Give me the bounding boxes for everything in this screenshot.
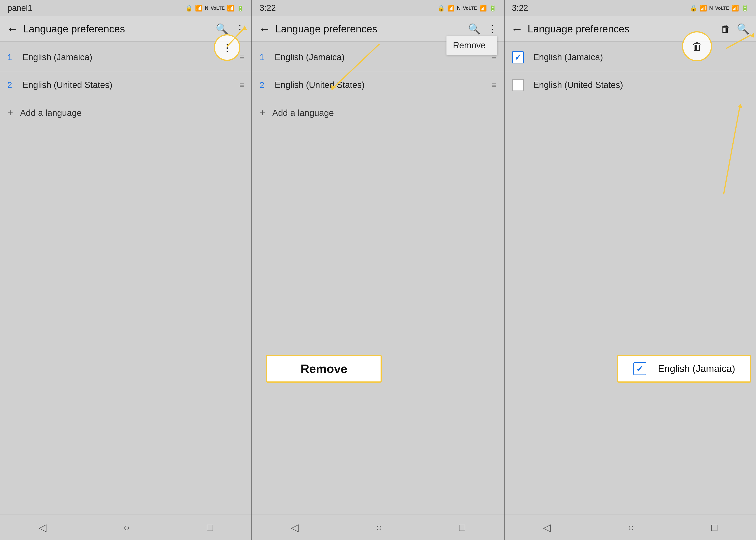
app-bar-icons-1: 🔍 ⋮ [216, 23, 245, 35]
language-name-2-2: English (United States) [274, 80, 491, 90]
app-bar-icons-3: 🗑 🔍 [720, 23, 750, 35]
language-item-2-2[interactable]: 2 English (United States) ≡ [252, 71, 504, 99]
recent-nav-1[interactable]: □ [207, 522, 213, 533]
language-item-3-2[interactable]: English (United States) [504, 71, 756, 99]
add-icon-2: + [260, 107, 265, 118]
status-icons-2: 🔒 📶 N VoLTE 📶 🔋 [437, 5, 496, 12]
language-name-2: English (United States) [23, 80, 239, 90]
language-item-1-2[interactable]: 2 English (United States) ≡ [0, 71, 252, 99]
page-title-1: Language preferences [23, 23, 216, 35]
home-nav-3[interactable]: ○ [628, 522, 634, 533]
more-options-icon-2[interactable]: ⋮ [487, 23, 497, 35]
volte-icon: VoLTE [211, 6, 225, 11]
back-nav-3[interactable]: ◁ [543, 521, 551, 533]
back-nav-2[interactable]: ◁ [291, 521, 299, 533]
nav-bar-1: ◁ ○ □ [0, 514, 252, 540]
wifi-icon-3: 📶 [731, 5, 739, 12]
search-icon-1[interactable]: 🔍 [216, 23, 228, 35]
language-number-2-2: 2 [260, 80, 272, 90]
search-icon-2[interactable]: 🔍 [468, 23, 481, 35]
network-icon-3: 📶 [700, 5, 707, 12]
status-bar-3: 3:22 🔒 📶 N VoLTE 📶 🔋 [504, 0, 756, 16]
add-label-1: Add a language [20, 108, 82, 118]
drag-handle-1[interactable]: ≡ [239, 53, 244, 62]
more-options-icon-1[interactable]: ⋮ [235, 23, 245, 35]
volte-icon-3: VoLTE [715, 6, 729, 11]
language-list-3: ✓ English (Jamaica) English (United Stat… [504, 42, 756, 514]
drag-handle-2[interactable]: ≡ [239, 80, 244, 90]
status-bar-2: 3:22 🔒 📶 N VoLTE 📶 🔋 [252, 0, 504, 16]
home-nav-2[interactable]: ○ [376, 522, 382, 533]
nfc-icon: N [205, 5, 208, 11]
add-language-item-1[interactable]: + Add a language [0, 99, 252, 127]
language-list-1: 1 English (Jamaica) ≡ 2 English (United … [0, 42, 252, 514]
checkbox-1[interactable]: ✓ [512, 52, 524, 64]
battery-icon: 🔋 [237, 5, 244, 12]
check-mark-1: ✓ [514, 52, 522, 63]
language-number-2-1: 1 [260, 53, 272, 62]
search-icon-3[interactable]: 🔍 [737, 23, 750, 35]
checkbox-2[interactable] [512, 79, 524, 91]
wifi-icon: 📶 [227, 5, 234, 12]
add-label-2: Add a language [272, 108, 334, 118]
panel-3: 3:22 🔒 📶 N VoLTE 📶 🔋 ← Language preferen… [504, 0, 756, 540]
back-button-1[interactable]: ← [6, 22, 19, 36]
language-item-1-1[interactable]: 1 English (Jamaica) ≡ [0, 44, 252, 71]
recent-nav-3[interactable]: □ [711, 522, 717, 533]
nav-bar-3: ◁ ○ □ [504, 514, 756, 540]
add-icon-1: + [7, 107, 13, 118]
lock-icon: 🔒 [185, 5, 193, 12]
status-time-1: panel1 [7, 3, 32, 13]
recent-nav-2[interactable]: □ [459, 522, 465, 533]
language-number-1: 1 [7, 53, 20, 62]
drag-handle-2-2[interactable]: ≡ [491, 80, 496, 90]
app-bar-icons-2: 🔍 ⋮ [468, 23, 497, 35]
status-time-2: 3:22 [260, 3, 276, 13]
overflow-menu-2[interactable]: Remove [447, 36, 497, 55]
page-title-3: Language preferences [528, 23, 720, 35]
panel-2: 3:22 🔒 📶 N VoLTE 📶 🔋 ← Language preferen… [252, 0, 504, 540]
back-nav-1[interactable]: ◁ [39, 521, 47, 533]
language-name-3-2: English (United States) [533, 80, 749, 90]
panel-1: panel1 🔒 📶 N VoLTE 📶 🔋 ← Language prefer… [0, 0, 252, 540]
app-bar-3: ← Language preferences 🗑 🔍 [504, 16, 756, 42]
language-name-3-1: English (Jamaica) [533, 52, 749, 62]
battery-icon-3: 🔋 [741, 5, 749, 12]
trash-icon-3[interactable]: 🗑 [720, 23, 730, 35]
home-nav-1[interactable]: ○ [124, 522, 130, 533]
nfc-icon-2: N [457, 5, 461, 11]
wifi-icon-2: 📶 [479, 5, 487, 12]
app-bar-1: ← Language preferences 🔍 ⋮ [0, 16, 252, 42]
add-language-item-2[interactable]: + Add a language [252, 99, 504, 127]
battery-icon-2: 🔋 [489, 5, 496, 12]
language-name-1: English (Jamaica) [23, 52, 239, 62]
nav-bar-2: ◁ ○ □ [252, 514, 504, 540]
language-item-3-1[interactable]: ✓ English (Jamaica) [504, 44, 756, 71]
nfc-icon-3: N [709, 5, 713, 11]
volte-icon-2: VoLTE [463, 6, 477, 11]
back-button-3[interactable]: ← [511, 22, 523, 36]
status-icons-3: 🔒 📶 N VoLTE 📶 🔋 [690, 5, 749, 12]
network-icon-2: 📶 [447, 5, 455, 12]
lock-icon-2: 🔒 [437, 5, 445, 12]
network-icon: 📶 [195, 5, 202, 12]
status-bar-1: panel1 🔒 📶 N VoLTE 📶 🔋 [0, 0, 252, 16]
lock-icon-3: 🔒 [690, 5, 697, 12]
back-button-2[interactable]: ← [259, 22, 270, 36]
language-number-2: 2 [7, 80, 20, 90]
status-time-3: 3:22 [512, 3, 528, 13]
page-title-2: Language preferences [275, 23, 468, 35]
remove-menu-item[interactable]: Remove [453, 41, 486, 50]
status-icons-1: 🔒 📶 N VoLTE 📶 🔋 [185, 5, 244, 12]
language-list-2: 1 English (Jamaica) ≡ 2 English (United … [252, 42, 504, 514]
